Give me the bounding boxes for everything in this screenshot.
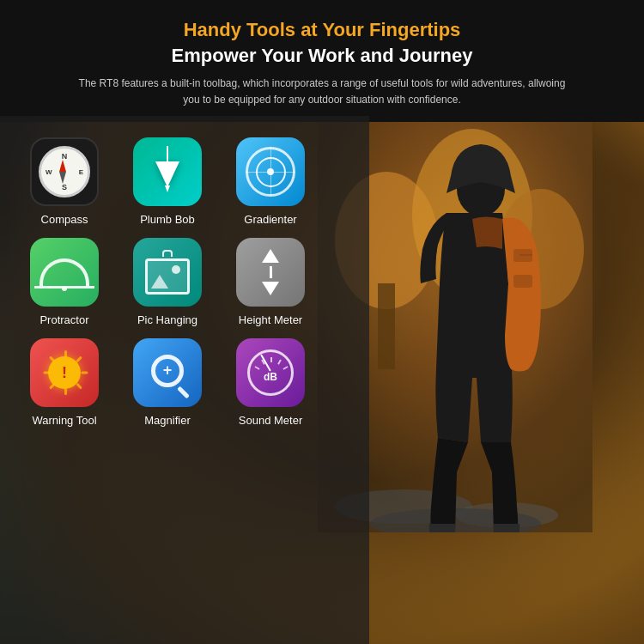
sound-tick-3 <box>270 357 272 362</box>
magnifier-plus: + <box>163 361 173 380</box>
sound-tick-5 <box>283 366 288 370</box>
plumb-tip <box>165 185 170 192</box>
sound-gauge: dB <box>247 349 294 396</box>
tool-item-warning-tool[interactable]: ! Warning Tool <box>17 338 112 427</box>
warning-tool-label: Warning Tool <box>32 414 96 427</box>
protractor-icon <box>30 238 99 307</box>
plumb-bob-label: Plumb Bob <box>140 213 195 226</box>
header-section: Handy Tools at Your Fingertips Empower Y… <box>0 0 644 122</box>
tool-item-height-meter[interactable]: Height Meter <box>223 238 318 326</box>
magnifier-label: Magnifier <box>144 414 190 427</box>
magnifier-handle <box>177 386 190 398</box>
ray-180 <box>64 388 67 395</box>
protractor-shape <box>39 258 89 286</box>
height-arrows <box>262 249 279 295</box>
gradienter-icon <box>236 137 305 206</box>
sound-meter-icon: dB <box>236 338 305 407</box>
plumb-bob-icon <box>133 137 202 206</box>
svg-rect-12 <box>513 275 532 288</box>
arrow-line <box>270 266 272 278</box>
tool-item-compass[interactable]: W E Compass <box>17 137 112 226</box>
pic-hanging-icon <box>133 238 202 307</box>
plumb-string <box>167 146 168 163</box>
compass-needle <box>63 160 66 184</box>
pic-hanging-label: Pic Hanging <box>137 313 197 326</box>
plumb-body <box>155 161 179 187</box>
tools-grid: W E Compass Plumb Bob <box>13 133 356 431</box>
sound-tick-1 <box>254 366 259 370</box>
tool-item-plumb-bob[interactable]: Plumb Bob <box>120 137 215 226</box>
compass-needle-north <box>59 160 66 172</box>
compass-needle-south <box>59 172 66 184</box>
pic-frame <box>145 258 190 295</box>
height-meter-label: Height Meter <box>239 313 302 326</box>
gradienter-label: Gradienter <box>244 213 296 226</box>
tool-item-gradienter[interactable]: Gradienter <box>223 137 318 226</box>
gradienter-crosshair-v <box>270 147 271 197</box>
page-wrapper: Handy Tools at Your Fingertips Empower Y… <box>0 0 644 644</box>
arrow-up <box>262 249 279 263</box>
protractor-center <box>62 286 67 291</box>
warning-exclaim: ! <box>62 365 67 380</box>
pic-hook <box>162 250 173 257</box>
tool-item-magnifier[interactable]: + Magnifier <box>120 338 215 427</box>
tool-item-sound-meter[interactable]: dB Sound Meter <box>223 338 318 427</box>
header-title-white: Empower Your Work and Journey <box>34 45 610 67</box>
header-description: The RT8 features a built-in toolbag, whi… <box>73 76 571 108</box>
protractor-label: Protractor <box>39 313 88 326</box>
sound-tick-4 <box>277 359 282 364</box>
pic-sun <box>172 265 180 274</box>
magnifier-icon: + <box>133 338 202 407</box>
tool-item-pic-hanging[interactable]: Pic Hanging <box>120 238 215 326</box>
tools-panel: W E Compass Plumb Bob <box>0 116 369 644</box>
pic-mountain <box>151 275 168 289</box>
arrow-down <box>262 282 279 295</box>
sound-db-label: dB <box>264 371 277 383</box>
compass-label: Compass <box>41 213 88 226</box>
compass-face: W E <box>39 146 90 197</box>
height-meter-icon <box>236 238 305 307</box>
compass-icon: W E <box>30 137 99 206</box>
svg-rect-4 <box>378 283 395 369</box>
warning-tool-icon: ! <box>30 338 99 407</box>
sound-meter-label: Sound Meter <box>239 414 302 427</box>
gradienter-outer <box>246 147 295 197</box>
ray-135 <box>76 383 82 390</box>
tool-item-protractor[interactable]: Protractor <box>17 238 112 326</box>
ray-90 <box>82 372 88 374</box>
magnifier-glass: + <box>151 355 184 387</box>
header-title-yellow: Handy Tools at Your Fingertips <box>34 19 610 41</box>
warning-light: ! <box>48 356 81 389</box>
